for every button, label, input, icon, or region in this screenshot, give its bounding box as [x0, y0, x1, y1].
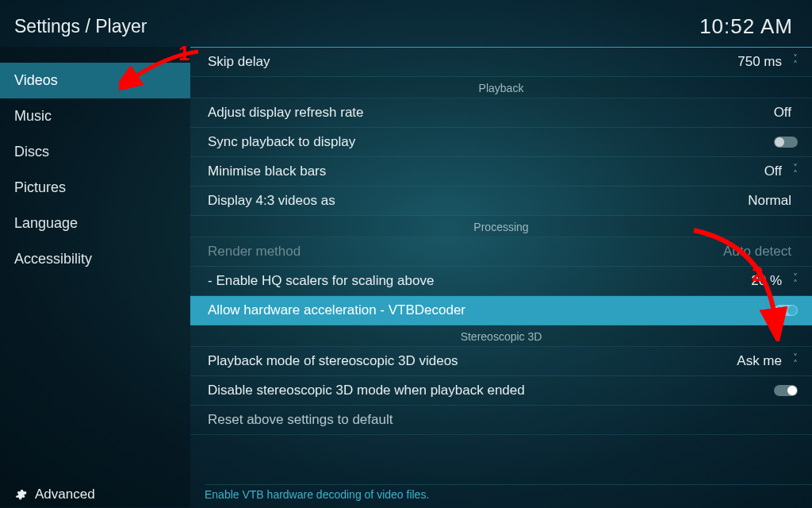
main-panel: Skip delay 750 ms ˅˄ Playback Adjust dis…: [190, 47, 812, 507]
group-processing: Processing: [190, 216, 812, 237]
spinner-icon: ˅˄: [788, 275, 798, 287]
row-refresh-rate[interactable]: Adjust display refresh rate Off: [190, 98, 812, 128]
row-value: Off: [774, 105, 798, 121]
annotation-label-1: 1: [178, 41, 190, 66]
sidebar: Videos Music Discs Pictures Language Acc…: [0, 47, 190, 507]
row-label: Render method: [208, 244, 723, 260]
gear-icon: [14, 488, 27, 501]
row-hq-scalers[interactable]: - Enable HQ scalers for scaling above 20…: [190, 267, 812, 296]
row-label: Playback mode of stereoscopic 3D videos: [208, 353, 737, 369]
settings-list: Skip delay 750 ms ˅˄ Playback Adjust dis…: [190, 47, 812, 435]
row-skip-delay[interactable]: Skip delay 750 ms ˅˄: [190, 48, 812, 77]
spinner-icon: ˅˄: [788, 165, 798, 178]
sidebar-item-music[interactable]: Music: [0, 98, 190, 134]
sidebar-item-label: Accessibility: [14, 251, 92, 267]
sidebar-item-accessibility[interactable]: Accessibility: [0, 241, 190, 277]
sidebar-item-label: Music: [14, 108, 52, 124]
row-label: Disable stereoscopic 3D mode when playba…: [208, 383, 774, 398]
spinner-icon: ˅˄: [788, 355, 798, 368]
row-label: Display 4:3 videos as: [208, 193, 748, 209]
row-value: Ask me: [737, 353, 788, 369]
row-hw-accel[interactable]: Allow hardware acceleration - VTBDecoder: [190, 296, 812, 325]
sidebar-item-label: Pictures: [14, 179, 66, 195]
description-hint: Enable VTB hardware decoding of video fi…: [205, 484, 812, 501]
group-stereo: Stereoscopic 3D: [190, 325, 812, 347]
row-min-black-bars[interactable]: Minimise black bars Off ˅˄: [190, 157, 812, 187]
row-render-method: Render method Auto detect: [190, 237, 812, 267]
settings-level[interactable]: Advanced: [0, 475, 190, 507]
row-sync-playback[interactable]: Sync playback to display: [190, 128, 812, 157]
row-label: Reset above settings to default: [208, 412, 393, 427]
row-label: Sync playback to display: [208, 134, 774, 150]
row-stereo-mode[interactable]: Playback mode of stereoscopic 3D videos …: [190, 347, 812, 376]
row-value: Normal: [748, 193, 798, 209]
row-label: Adjust display refresh rate: [208, 105, 774, 121]
breadcrumb: Settings / Player: [14, 16, 147, 37]
sidebar-item-pictures[interactable]: Pictures: [0, 170, 190, 206]
settings-level-label: Advanced: [35, 487, 95, 502]
row-label: Allow hardware acceleration - VTBDecoder: [208, 302, 774, 318]
sidebar-item-videos[interactable]: Videos: [0, 63, 190, 98]
annotation-label-2: 2: [752, 262, 763, 287]
clock: 10:52 AM: [699, 14, 793, 39]
toggle-on-icon[interactable]: [774, 305, 798, 316]
row-label: Minimise black bars: [208, 164, 764, 179]
row-value: Auto detect: [723, 244, 798, 260]
toggle-on-icon[interactable]: [774, 385, 798, 396]
sidebar-item-language[interactable]: Language: [0, 206, 190, 241]
toggle-off-icon[interactable]: [774, 137, 798, 148]
header: Settings / Player 10:52 AM: [0, 0, 812, 47]
sidebar-item-label: Discs: [14, 144, 49, 160]
row-reset[interactable]: Reset above settings to default: [190, 406, 812, 435]
row-display-43[interactable]: Display 4:3 videos as Normal: [190, 187, 812, 216]
row-value: 750 ms: [737, 54, 788, 70]
sidebar-item-discs[interactable]: Discs: [0, 134, 190, 170]
row-value: Off: [764, 164, 788, 179]
layout: Videos Music Discs Pictures Language Acc…: [0, 47, 812, 507]
group-playback: Playback: [190, 77, 812, 98]
row-label: - Enable HQ scalers for scaling above: [208, 273, 751, 289]
row-label: Skip delay: [208, 54, 737, 70]
sidebar-item-label: Language: [14, 215, 78, 231]
spinner-icon: ˅˄: [788, 56, 798, 68]
row-disable-stereo[interactable]: Disable stereoscopic 3D mode when playba…: [190, 376, 812, 406]
sidebar-item-label: Videos: [14, 72, 58, 88]
